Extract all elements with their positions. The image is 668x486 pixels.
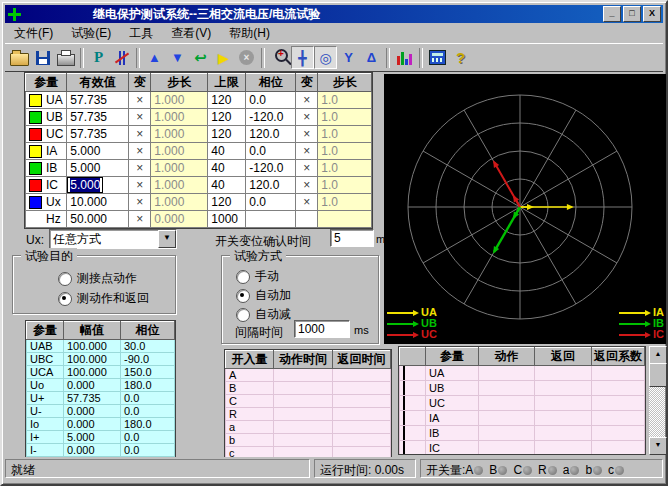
step-cell[interactable]: 1.0 bbox=[318, 126, 372, 143]
step-cell[interactable]: 1.000 bbox=[151, 177, 208, 194]
menu-view[interactable]: 查看(V) bbox=[162, 23, 220, 44]
rms-cell[interactable]: 57.735 bbox=[67, 92, 129, 109]
parameter-button[interactable]: P bbox=[87, 46, 110, 69]
var-cell[interactable] bbox=[296, 211, 318, 228]
ux-mode-combobox[interactable]: 任意方式 ▼ bbox=[49, 229, 177, 249]
phase-cell[interactable]: -120.0 bbox=[246, 109, 296, 126]
var-cell[interactable]: × bbox=[129, 177, 151, 194]
limit-cell[interactable]: 40 bbox=[208, 177, 246, 194]
increase-button[interactable]: ▲ bbox=[143, 46, 166, 69]
radio-auto-increase[interactable]: 自动加 bbox=[236, 287, 291, 304]
scroll-thumb[interactable] bbox=[649, 363, 667, 387]
help-button[interactable]: ? bbox=[449, 46, 472, 69]
step-cell[interactable]: 0.000 bbox=[151, 211, 208, 228]
close-button[interactable]: X bbox=[643, 6, 661, 22]
confirm-time-input[interactable]: 5 bbox=[330, 229, 374, 247]
step-cell[interactable]: 1.0 bbox=[318, 194, 372, 211]
rms-cell[interactable]: 50.000 bbox=[67, 211, 129, 228]
radio-icon[interactable] bbox=[236, 270, 250, 284]
var-cell[interactable]: × bbox=[129, 211, 151, 228]
var-cell[interactable]: × bbox=[296, 92, 318, 109]
var-cell[interactable]: × bbox=[129, 160, 151, 177]
minimize-button[interactable]: _ bbox=[603, 6, 621, 22]
scroll-down-button[interactable]: ▼ bbox=[649, 437, 667, 455]
limit-cell[interactable]: 40 bbox=[208, 160, 246, 177]
menu-test[interactable]: 试验(E) bbox=[62, 23, 120, 44]
step-cell[interactable]: 1.000 bbox=[151, 92, 208, 109]
checkbox[interactable] bbox=[403, 396, 405, 410]
axis-view-button[interactable]: ╋ bbox=[291, 46, 314, 69]
rms-cell[interactable]: 57.735 bbox=[67, 109, 129, 126]
rms-cell[interactable]: 10.000 bbox=[67, 194, 129, 211]
radio-icon[interactable] bbox=[58, 272, 72, 286]
limit-cell[interactable]: 120 bbox=[208, 92, 246, 109]
delta-connection-button[interactable]: Δ bbox=[360, 46, 383, 69]
radio-icon[interactable] bbox=[58, 292, 72, 306]
radio-measure-contact-action[interactable]: 测接点动作 bbox=[58, 270, 137, 287]
interval-input[interactable]: 1000 bbox=[294, 320, 350, 338]
harmonics-button[interactable] bbox=[393, 46, 416, 69]
checkbox[interactable] bbox=[403, 441, 405, 455]
rms-cell[interactable]: 57.735 bbox=[67, 126, 129, 143]
phase-cell[interactable]: 0.0 bbox=[246, 92, 296, 109]
decrease-button[interactable]: ▼ bbox=[166, 46, 189, 69]
limit-cell[interactable]: 120 bbox=[208, 109, 246, 126]
limit-cell[interactable]: 1000 bbox=[208, 211, 246, 228]
wye-connection-button[interactable]: Y bbox=[337, 46, 360, 69]
maximize-button[interactable]: □ bbox=[623, 6, 641, 22]
menu-file[interactable]: 文件(F) bbox=[5, 23, 62, 44]
limit-cell[interactable]: 120 bbox=[208, 126, 246, 143]
checkbox[interactable] bbox=[403, 426, 405, 440]
rms-cell[interactable]: 5.000 bbox=[67, 143, 129, 160]
step-cell[interactable]: 1.000 bbox=[151, 109, 208, 126]
stop-button[interactable]: × bbox=[235, 46, 258, 69]
var-cell[interactable]: × bbox=[296, 160, 318, 177]
radio-measure-action-return[interactable]: 测动作和返回 bbox=[58, 290, 149, 307]
radio-icon[interactable] bbox=[236, 289, 250, 303]
var-cell[interactable]: × bbox=[129, 194, 151, 211]
undo-button[interactable]: ↩ bbox=[189, 46, 212, 69]
rms-cell[interactable]: 5.000 bbox=[67, 160, 129, 177]
var-cell[interactable]: × bbox=[296, 126, 318, 143]
save-button[interactable] bbox=[31, 46, 54, 69]
rms-edit-cell[interactable]: 5.000 bbox=[67, 177, 129, 194]
var-cell[interactable]: × bbox=[296, 143, 318, 160]
var-cell[interactable]: × bbox=[129, 109, 151, 126]
zoom-button[interactable] bbox=[268, 46, 291, 69]
var-cell[interactable]: × bbox=[296, 177, 318, 194]
var-cell[interactable]: × bbox=[129, 92, 151, 109]
print-button[interactable] bbox=[54, 46, 77, 69]
step-cell[interactable]: 1.000 bbox=[151, 143, 208, 160]
radio-icon[interactable] bbox=[236, 308, 250, 322]
step-cell[interactable]: 1.0 bbox=[318, 177, 372, 194]
var-cell[interactable]: × bbox=[129, 143, 151, 160]
checkbox[interactable] bbox=[403, 366, 405, 380]
vertical-scrollbar[interactable]: ▲ ▼ bbox=[649, 346, 665, 455]
menu-help[interactable]: 帮助(H) bbox=[220, 23, 279, 44]
scroll-up-button[interactable]: ▲ bbox=[649, 346, 667, 364]
step-cell[interactable]: 1.0 bbox=[318, 109, 372, 126]
step-cell[interactable]: 1.000 bbox=[151, 126, 208, 143]
var-cell[interactable]: × bbox=[296, 109, 318, 126]
start-button[interactable]: ▶ bbox=[212, 46, 235, 69]
phase-cell[interactable] bbox=[246, 211, 296, 228]
phase-cell[interactable]: 120.0 bbox=[246, 177, 296, 194]
checkbox[interactable] bbox=[403, 411, 405, 425]
radio-manual[interactable]: 手动 bbox=[236, 268, 279, 285]
calculator-button[interactable] bbox=[426, 46, 449, 69]
step-cell[interactable]: 1.0 bbox=[318, 160, 372, 177]
step-cell[interactable] bbox=[318, 211, 372, 228]
checkbox[interactable] bbox=[403, 381, 405, 395]
var-cell[interactable]: × bbox=[296, 194, 318, 211]
phase-cell[interactable]: 0.0 bbox=[246, 143, 296, 160]
limit-cell[interactable]: 40 bbox=[208, 143, 246, 160]
polar-view-button[interactable]: ◎ bbox=[314, 46, 337, 69]
open-button[interactable] bbox=[8, 46, 31, 69]
rms-edit-box[interactable]: 5.000 bbox=[67, 177, 103, 193]
menu-tools[interactable]: 工具 bbox=[120, 23, 162, 44]
chevron-down-icon[interactable]: ▼ bbox=[158, 230, 176, 248]
var-cell[interactable]: × bbox=[129, 126, 151, 143]
step-cell[interactable]: 1.000 bbox=[151, 160, 208, 177]
phase-cell[interactable]: 0.0 bbox=[246, 194, 296, 211]
fault-setting-button[interactable] bbox=[110, 46, 133, 69]
